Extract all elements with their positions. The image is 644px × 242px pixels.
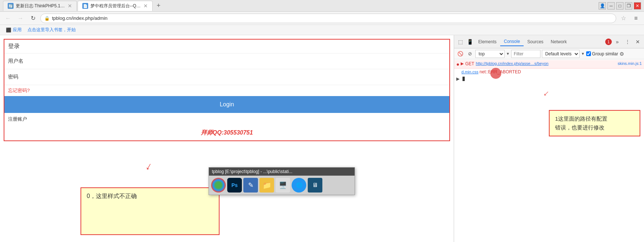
tab1-label: 更新日志·ThinkPHP5.1… [16,3,65,9]
clear-console-button[interactable]: 🚫 [456,50,464,58]
address-bar[interactable]: 🔒 tpblog.cn/index.php/admin [40,14,616,23]
taskbar-chrome-icon[interactable] [211,178,226,192]
username-field: 用户名 [4,54,449,69]
webpage: 登录 用户名 密码 忘记密码? Login 注册账户 拜师QQ:30553075… [0,35,454,242]
taskbar-monitor-icon[interactable]: 🖥 [308,178,322,192]
taskbar-folder-icon[interactable]: 📁 [259,178,274,192]
qq-info: 拜师QQ:305530751 [4,125,449,140]
import-label: 点击这里导入书签，开始 [27,27,76,33]
chrome-menu-button[interactable]: ≡ [631,13,641,23]
devtools-more-button[interactable]: » [613,37,622,47]
devtools-tab-network[interactable]: Network [547,38,570,46]
error-detail-row: d.min.css net::ERR_ABORTED [454,69,644,75]
apps-label: 应用 [13,27,22,33]
password-field: 密码 [4,69,449,85]
error-type: net::ERR_ABORTED [480,69,521,74]
forgot-password-link[interactable]: 忘记密码? [4,85,449,96]
refresh-button[interactable]: ↻ [28,13,38,23]
arrow-down-icon: ↓ [144,160,155,173]
content-area: 登录 用户名 密码 忘记密码? Login 注册账户 拜师QQ:30553075… [0,35,644,242]
address-text: tpblog.cn/index.php/admin [52,15,108,21]
apps-icon: ⬛ [6,27,11,33]
devtools-settings-button[interactable]: ⋮ [623,37,632,47]
chevron-down-icon: ▼ [506,52,510,56]
console-toolbar: 🚫 ⊘ top ▼ Default levels ▼ Group similar… [454,48,644,59]
password-label: 密码 [8,74,26,80]
new-tab-button[interactable]: + [153,1,164,11]
tab-1[interactable]: 🔄 更新日志·ThinkPHP5.1… ✕ [3,1,77,11]
error-method: GET [465,61,474,66]
filter-input[interactable] [511,50,540,58]
bookmark-apps[interactable]: ⬛ 应用 [4,26,24,34]
annotation-box-style: 0，这里样式不正确 [80,187,220,235]
taskbar-editor-icon[interactable]: ✎ [243,178,258,192]
inspect-element-button[interactable]: ⬚ [456,37,465,47]
navigation-bar: ← → ↻ 🔒 tpblog.cn/index.php/admin ☆ ≡ [0,12,644,25]
devtools-close-button[interactable]: ✕ [633,37,643,47]
taskbar-photoshop-icon[interactable]: Ps [227,178,242,192]
error-dot-icon: ● [456,61,459,67]
console-input-row: ▶ [454,75,644,82]
error-net-text: net::ERR_ABORTED [480,69,521,74]
register-link[interactable]: 注册账户 [4,113,449,125]
close-button[interactable]: ✕ [634,2,641,10]
console-cursor[interactable] [463,77,465,81]
title-bar: 🔄 更新日志·ThinkPHP5.1… ✕ 📄 梦中程序员管理后台--Q… ✕ … [0,0,644,12]
console-error-row: ● ▶ GET http://tpblog.cn/index.php/asse…… [454,60,644,69]
error-source: skins.min.js:1 [618,61,642,66]
taskbar-popup-title: tpblog [E:\project\tpblog] - ...\public\… [209,168,355,176]
group-similar-checkbox[interactable] [586,51,591,56]
frame-selector[interactable]: top [475,50,505,58]
tab2-close[interactable]: ✕ [143,3,148,9]
annotation-style-text: 0，这里样式不正确 [87,193,137,199]
tab-2[interactable]: 📄 梦中程序员管理后台--Q… ✕ [78,1,153,11]
console-content: ● ▶ GET http://tpblog.cn/index.php/asse…… [454,59,644,242]
tab2-favicon: 📄 [82,3,88,9]
group-similar-text: Group similar [592,51,618,56]
taskbar-popup-icons: Ps ✎ 📁 🖥️ 🌐 [209,176,355,195]
taskbar-network-icon[interactable]: 🖥️ [276,178,290,192]
user-icon[interactable]: 👤 [599,2,606,10]
devtools-tab-elements[interactable]: Elements [475,38,500,46]
login-box: 登录 用户名 密码 忘记密码? Login 注册账户 拜师QQ:30553075… [4,39,450,141]
lock-icon: 🔒 [44,16,50,21]
tab1-close[interactable]: ✕ [68,3,72,9]
preserve-log-button[interactable]: ⊘ [466,50,474,58]
username-label: 用户名 [8,58,26,65]
login-container: 登录 用户名 密码 忘记密码? Login 注册账户 拜师QQ:30553075… [0,35,454,145]
error-expand-icon[interactable]: ▶ [461,61,464,66]
devtools-panel: ⬚ 📱 Elements Console Sources Network 1 »… [454,35,644,242]
bookmark-star-icon[interactable]: ☆ [618,13,629,23]
annotation-path-box: 1这里面的路径有配置错误，也要进行修改 [549,110,640,136]
login-title: 登录 [4,40,449,54]
error-url2-link[interactable]: d.min.css [461,70,478,74]
taskbar-popup: tpblog [E:\project\tpblog] - ...\public\… [209,167,355,195]
minimize-button[interactable]: ─ [607,2,615,10]
browser-window: 🔄 更新日志·ThinkPHP5.1… ✕ 📄 梦中程序员管理后台--Q… ✕ … [0,0,644,242]
device-toggle-button[interactable]: 📱 [465,37,475,47]
password-input[interactable] [26,74,446,80]
error-url-link[interactable]: http://tpblog.cn/index.php/asse…s/beyon [476,61,548,66]
devtools-tab-console[interactable]: Console [500,37,524,46]
tab2-label: 梦中程序员管理后台--Q… [90,3,141,9]
taskbar-globe-icon[interactable]: 🌐 [292,178,306,192]
annotation-path-text: 1这里面的路径有配置错误，也要进行修改 [555,115,607,131]
bookmark-import[interactable]: 点击这里导入书签，开始 [25,26,78,34]
login-button[interactable]: Login [4,96,449,113]
maximize-button[interactable]: □ [616,2,624,10]
settings-gear-icon[interactable]: ⚙ [619,51,624,57]
levels-selector[interactable]: Default levels [542,50,580,58]
devtools-tab-sources[interactable]: Sources [524,38,547,46]
bookmarks-bar: ⬛ 应用 点击这里导入书签，开始 [0,25,644,35]
tab1-favicon: 🔄 [8,3,14,9]
error-badge: 1 [605,38,612,45]
devtools-toolbar: ⬚ 📱 Elements Console Sources Network 1 »… [454,35,644,48]
back-button[interactable]: ← [3,13,13,23]
console-chevron-icon: ▶ [456,76,460,81]
chevron-down-icon2: ▼ [581,52,585,56]
group-similar-label: Group similar [586,51,618,56]
window-controls: 👤 ─ □ ❐ ✕ [599,2,641,10]
restore-button[interactable]: ❐ [625,2,632,10]
username-input[interactable] [26,58,446,64]
forward-button[interactable]: → [15,13,26,23]
